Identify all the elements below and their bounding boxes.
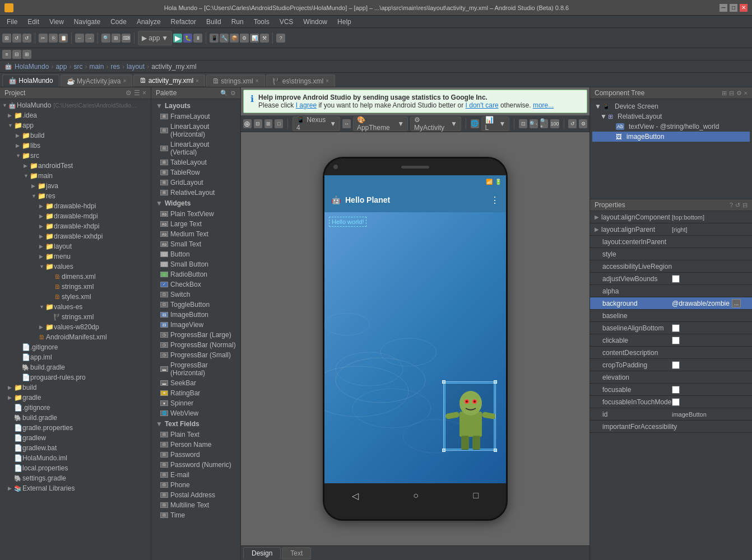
menu-window[interactable]: Window xyxy=(299,17,332,27)
toolbar2-icon-3[interactable]: ⊞ xyxy=(22,50,31,59)
toolbar-icon-2[interactable]: ↺ xyxy=(12,34,21,43)
tree-item-libs[interactable]: ▶ 📁 libs xyxy=(0,141,151,151)
menu-view[interactable]: View xyxy=(45,17,68,27)
toolbar-icon-13[interactable]: ⚒ xyxy=(260,34,269,43)
component-device-screen[interactable]: ▼ 📱 Device Screen xyxy=(592,101,750,111)
device-dropdown[interactable]: 📱 Nexus 4 ▼ xyxy=(293,116,340,131)
prop-baseline-bottom-value[interactable] xyxy=(669,323,752,333)
notification-more-link[interactable]: more... xyxy=(533,101,554,109)
component-imagebutton[interactable]: 🖼 imageButton xyxy=(592,132,750,142)
palette-item-checkbox[interactable]: ✓ CheckBox xyxy=(151,279,240,290)
tab-project[interactable]: 🤖 HolaMundo xyxy=(2,74,59,87)
project-close-icon[interactable]: × xyxy=(142,89,146,97)
tree-item-gradle-properties[interactable]: 📄 gradle.properties xyxy=(0,423,151,433)
component-tree-icon3[interactable]: ⚙ xyxy=(736,90,742,97)
palette-item-small-text[interactable]: Ab Small Text xyxy=(151,239,240,249)
tab-myactivity-close[interactable]: × xyxy=(123,78,127,84)
prop-background-extra-btn[interactable]: ... xyxy=(732,299,741,307)
tree-item-gitignore-root[interactable]: 📄 .gitignore xyxy=(0,403,151,413)
toolbar-paste[interactable]: 📋 xyxy=(59,34,68,43)
tree-item-values-es[interactable]: ▼ 📁 values-es xyxy=(0,302,151,312)
menu-tools[interactable]: Tools xyxy=(249,17,274,27)
tree-item-values[interactable]: ▼ 📁 values xyxy=(0,262,151,272)
palette-item-email[interactable]: ⊟ E-mail xyxy=(151,470,240,480)
run-config-dropdown[interactable]: ▶ app ▼ xyxy=(138,31,172,45)
tab-activity-xml[interactable]: 🖺 activity_my.xml × xyxy=(133,74,205,87)
notification-disagree-link[interactable]: I don't care xyxy=(466,101,499,109)
palette-item-password-numeric[interactable]: ⊟ Password (Numeric) xyxy=(151,460,240,470)
back-nav-btn[interactable]: ◁ xyxy=(352,491,359,501)
breadcrumb-holamundo[interactable]: HolaMundo xyxy=(15,63,49,71)
toolbar-copy[interactable]: ⎘ xyxy=(49,34,58,43)
palette-item-relativelayout[interactable]: ⊞ RelativeLayout xyxy=(151,188,240,198)
tree-item-gradlew-bat[interactable]: 📄 gradlew.bat xyxy=(0,443,151,453)
palette-item-linearlayout-h[interactable]: ⊟ LinearLayout (Horizontal) xyxy=(151,122,240,139)
tree-item-main[interactable]: ▼ 📁 main xyxy=(0,171,151,181)
prop-adjust-view-value[interactable] xyxy=(669,274,752,284)
tree-item-java[interactable]: ▶ 📁 java xyxy=(0,181,151,191)
tree-item-gradlew[interactable]: 📄 gradlew xyxy=(0,433,151,443)
palette-item-progressbar-large[interactable]: ◷ ProgressBar (Large) xyxy=(151,330,240,340)
toolbar-icon-5[interactable]: ⊞ xyxy=(112,34,120,43)
palette-gear-icon[interactable]: ⚙ xyxy=(230,90,236,97)
palette-item-progressbar-small[interactable]: ◷ ProgressBar (Small) xyxy=(151,350,240,360)
tree-item-build-gradle-app[interactable]: 🐘 build.gradle xyxy=(0,362,151,372)
toolbar-cut[interactable]: ✂ xyxy=(39,34,48,43)
palette-item-postal[interactable]: ⊟ Postal Address xyxy=(151,490,240,500)
menu-edit[interactable]: Edit xyxy=(23,17,44,27)
palette-item-gridlayout[interactable]: ⊞ GridLayout xyxy=(151,178,240,188)
adjust-view-checkbox[interactable] xyxy=(672,275,680,283)
tree-item-strings-xml[interactable]: 🖺 strings.xml xyxy=(0,282,151,292)
palette-item-ratingbar[interactable]: ★ RatingBar xyxy=(151,388,240,398)
tree-item-drawable-hdpi[interactable]: ▶ 📁 drawable-hdpi xyxy=(0,201,151,211)
props-refresh-icon[interactable]: ↺ xyxy=(735,202,740,209)
palette-item-tablerow[interactable]: ⊞ TableRow xyxy=(151,167,240,178)
menu-vcs[interactable]: VCS xyxy=(275,17,298,27)
tab-es-strings-close[interactable]: × xyxy=(326,78,329,84)
tree-item-gitignore-app[interactable]: 📄 .gitignore xyxy=(0,342,151,352)
palette-item-plain-textview[interactable]: Ab Plain TextView xyxy=(151,209,240,219)
prop-focusable-value[interactable] xyxy=(669,385,752,395)
tree-item-build-root[interactable]: ▶ 📁 build xyxy=(0,382,151,393)
design-settings-btn[interactable]: ⚙ xyxy=(579,119,587,128)
breadcrumb-layout[interactable]: layout xyxy=(127,63,145,71)
prop-expand-icon2[interactable]: ▶ xyxy=(595,226,599,232)
focusable-touch-checkbox[interactable] xyxy=(672,398,680,406)
tree-item-idea[interactable]: ▶ 📁 .idea xyxy=(0,110,151,120)
api-dropdown[interactable]: 📊 L ▼ xyxy=(481,116,510,131)
design-toolbar-icon3[interactable]: ⊞ xyxy=(264,119,273,128)
design-tab-design[interactable]: Design xyxy=(243,547,281,559)
palette-item-large-text[interactable]: Ab Large Text xyxy=(151,219,240,229)
tree-item-dimens-xml[interactable]: 🖺 dimens.xml xyxy=(0,272,151,282)
prop-important-accessibility-value[interactable] xyxy=(669,426,752,428)
help-button[interactable]: ? xyxy=(276,34,285,43)
palette-item-radiobutton[interactable]: ○ RadioButton xyxy=(151,269,240,279)
prop-alpha-value[interactable] xyxy=(669,290,752,292)
menu-refactor[interactable]: Refactor xyxy=(166,17,201,27)
tree-item-build[interactable]: ▶ 📁 build xyxy=(0,130,151,141)
palette-item-time[interactable]: ⊟ Time xyxy=(151,510,240,520)
palette-item-button[interactable]: □ Button xyxy=(151,249,240,259)
tree-item-external-libs[interactable]: ▶ 📚 External Libraries xyxy=(0,483,151,493)
prop-align-component-value[interactable]: [top:bottom] xyxy=(669,213,752,222)
theme-dropdown[interactable]: 🎨 AppTheme ▼ xyxy=(353,116,408,131)
palette-item-person-name[interactable]: ⊟ Person Name xyxy=(151,440,240,450)
palette-item-togglebutton[interactable]: ⊡ ToggleButton xyxy=(151,300,240,310)
refresh-btn[interactable]: ↺ xyxy=(568,119,577,128)
tree-item-drawable-mdpi[interactable]: ▶ 📁 drawable-mdpi xyxy=(0,211,151,221)
tree-item-androidtest[interactable]: ▶ 📁 androidTest xyxy=(0,161,151,171)
tree-item-drawable-xhdpi[interactable]: ▶ 📁 drawable-xhdpi xyxy=(0,221,151,231)
debug-button[interactable]: 🐛 xyxy=(183,34,192,43)
breadcrumb-res[interactable]: res xyxy=(110,63,120,71)
tree-item-src[interactable]: ▼ 📁 src xyxy=(0,151,151,161)
menu-build[interactable]: Build xyxy=(202,17,226,27)
breadcrumb-app[interactable]: app xyxy=(55,63,67,71)
toolbar-icon-1[interactable]: ⊞ xyxy=(2,34,11,43)
palette-item-small-button[interactable]: □ Small Button xyxy=(151,259,240,269)
minimize-button[interactable]: ─ xyxy=(719,4,727,12)
tab-activity-xml-close[interactable]: × xyxy=(196,78,199,84)
orientation-btn[interactable]: ↔ xyxy=(342,119,351,128)
recent-nav-btn[interactable]: □ xyxy=(474,491,479,501)
menu-run[interactable]: Run xyxy=(227,17,248,27)
activity-dropdown[interactable]: ⚙ MyActivity ▼ xyxy=(410,116,461,131)
